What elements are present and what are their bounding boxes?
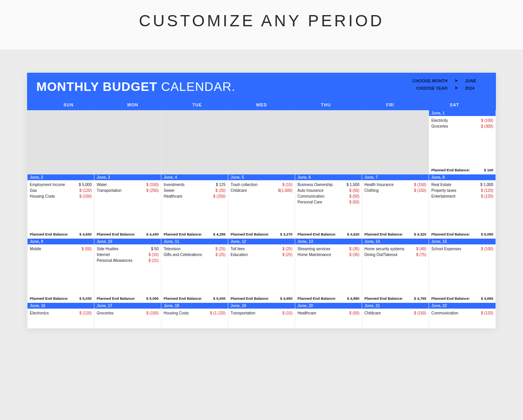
- budget-item[interactable]: Toll fees$ (25): [231, 246, 292, 252]
- item-amount: $(1,000): [274, 188, 292, 193]
- item-amount: $ 5,000: [73, 182, 92, 188]
- budget-item[interactable]: Healthcare$ (250): [164, 193, 226, 199]
- item-amount: $ (120): [475, 310, 493, 316]
- budget-item[interactable]: Home Maintenance$ (35): [297, 252, 359, 258]
- item-label: Personal Care: [297, 199, 341, 205]
- item-amount: $ 125: [207, 182, 226, 188]
- date-bar: June, 6: [295, 174, 362, 180]
- budget-item[interactable]: Groceries$ (150): [97, 310, 159, 316]
- budget-item[interactable]: Housing Costs$ (150): [30, 193, 92, 199]
- calendar-cell[interactable]: June, 19Transportation$ (15): [228, 303, 295, 328]
- arrow-right-icon: ➤: [455, 78, 458, 83]
- budget-item[interactable]: Transportation$ (250): [97, 188, 159, 193]
- calendar-cell[interactable]: June, 8Real Estate$ 1,000Property taxes$…: [429, 174, 496, 239]
- planned-end-balance: Planned End Balance:$ 4,285: [161, 230, 228, 239]
- budget-item[interactable]: Personal Care$ (50): [297, 199, 359, 205]
- calendar-cell[interactable]: June, 14Home security systems$ (40)Dinin…: [362, 239, 429, 303]
- item-amount: $ 1,500: [341, 182, 359, 188]
- budget-item[interactable]: Education$ (25): [231, 252, 292, 258]
- date-bar: June, 12: [228, 239, 295, 244]
- item-amount: $ (100): [475, 118, 493, 123]
- calendar-cell[interactable]: June, 4Investments$ 125Sewer$ (20)Health…: [161, 174, 228, 239]
- item-amount: $ (15): [140, 258, 159, 263]
- item-label: Side Hustles: [97, 246, 140, 252]
- calendar-cell[interactable]: June, 6Business Ownership$ 1,500Auto Ins…: [295, 174, 362, 239]
- calendar-cell[interactable]: June, 7Health Insurance$ (150)Clothing$ …: [362, 174, 429, 239]
- item-label: Gifts and Celebrations: [164, 252, 207, 258]
- items-list: Housing Costs$ (1,120): [161, 309, 228, 328]
- items-list: Side Hustles$ 50Internet$ (15)Personal A…: [94, 244, 161, 295]
- budget-item[interactable]: Electricity$ (100): [431, 118, 493, 123]
- budget-item[interactable]: Employment Income$ 5,000: [30, 182, 92, 188]
- budget-item[interactable]: Groceries$ (300): [431, 123, 493, 129]
- item-label: Water: [97, 182, 140, 188]
- calendar-cell[interactable]: June, 21Childcare$ (150): [362, 303, 429, 328]
- calendar-cell[interactable]: June, 5Trash collection$ (15)Childcare$(…: [228, 174, 295, 239]
- budget-item[interactable]: Personal Allowances$ (15): [97, 258, 159, 263]
- budget-item[interactable]: Investments$ 125: [164, 182, 226, 188]
- budget-item[interactable]: Real Estate$ 1,000: [431, 182, 493, 188]
- calendar-cell[interactable]: June, 13Streaming services$ (35)Home Mai…: [295, 239, 362, 303]
- calendar-cell[interactable]: June, 22Communication$ (120): [429, 303, 496, 328]
- item-label: Internet: [97, 252, 140, 258]
- budget-item[interactable]: Trash collection$ (15): [231, 182, 292, 188]
- calendar-cell[interactable]: June, 18Housing Costs$ (1,120): [161, 303, 228, 328]
- budget-item[interactable]: Electronics$ (120): [30, 310, 92, 316]
- month-value: JUNE: [465, 79, 484, 83]
- budget-item[interactable]: Healthcare$ (50): [297, 310, 359, 316]
- budget-item[interactable]: Home security systems$ (40): [364, 246, 426, 252]
- budget-item[interactable]: School Expenses$ (100): [431, 246, 493, 252]
- planned-end-balance: Planned End Balance:$ 4,430: [94, 230, 161, 239]
- budget-item[interactable]: Business Ownership$ 1,500: [297, 182, 359, 188]
- planned-end-balance: Planned End Balance:$ 4,620: [295, 230, 362, 239]
- date-bar: June, 7: [362, 174, 429, 180]
- item-label: Childcare: [231, 188, 274, 193]
- budget-item[interactable]: Water$ (150): [97, 182, 159, 188]
- budget-item[interactable]: Clothing$ (150): [364, 188, 426, 193]
- calendar-cell[interactable]: June, 15School Expenses$ (100)Planned En…: [429, 239, 496, 303]
- items-list: School Expenses$ (100): [429, 244, 496, 295]
- budget-item[interactable]: Internet$ (15): [97, 252, 159, 258]
- item-amount: $ (150): [140, 310, 159, 316]
- item-label: Clothing: [364, 188, 408, 193]
- budget-item[interactable]: Communication$ (120): [431, 310, 493, 316]
- budget-item[interactable]: Transportation$ (15): [231, 310, 292, 316]
- balance-label: Planned End Balance:: [30, 296, 68, 300]
- budget-item[interactable]: Television$ (25): [164, 246, 226, 252]
- budget-item[interactable]: Entertainment$ (120): [431, 193, 493, 199]
- item-label: Housing Costs: [30, 193, 73, 199]
- budget-item[interactable]: Gas$ (120): [30, 188, 92, 193]
- budget-item[interactable]: Communication$ (50): [297, 193, 359, 199]
- calendar-cell[interactable]: June, 9Mobile$ (50)Planned End Balance:$…: [27, 239, 94, 303]
- balance-value: $ 4,830: [79, 232, 92, 236]
- budget-item[interactable]: Side Hustles$ 50: [97, 246, 159, 252]
- budget-item[interactable]: Childcare$(1,000): [231, 188, 292, 193]
- calendar-cell[interactable]: June, 17Groceries$ (150): [94, 303, 161, 328]
- budget-item[interactable]: Dining Out/Takeout$ (75): [364, 252, 426, 258]
- planned-end-balance: Planned End Balance:$ 5,030: [27, 295, 94, 303]
- item-amount: $ (75): [408, 252, 426, 258]
- budget-item[interactable]: Housing Costs$ (1,120): [164, 310, 226, 316]
- calendar-cell[interactable]: June, 1Electricity$ (100)Groceries$ (300…: [429, 110, 496, 174]
- budget-item[interactable]: Health Insurance$ (150): [364, 182, 426, 188]
- calendar-cell[interactable]: June, 11Television$ (25)Gifts and Celebr…: [161, 239, 228, 303]
- budget-item[interactable]: Childcare$ (150): [364, 310, 426, 316]
- calendar-cell[interactable]: June, 16Electronics$ (120): [27, 303, 94, 328]
- item-label: Childcare: [364, 310, 408, 316]
- calendar-cell[interactable]: June, 3Water$ (150)Transportation$ (250)…: [94, 174, 161, 239]
- calendar-cell[interactable]: June, 10Side Hustles$ 50Internet$ (15)Pe…: [94, 239, 161, 303]
- calendar-cell[interactable]: June, 20Healthcare$ (50): [295, 303, 362, 328]
- choose-month-row[interactable]: CHOOSE MONTH ➤ JUNE: [412, 78, 484, 83]
- balance-label: Planned End Balance:: [231, 296, 269, 300]
- budget-item[interactable]: Sewer$ (20): [164, 188, 226, 193]
- calendar-cell[interactable]: June, 12Toll fees$ (25)Education$ (25)Pl…: [228, 239, 295, 303]
- budget-item[interactable]: Auto Insurance$ (50): [297, 188, 359, 193]
- budget-item[interactable]: Mobile$ (50): [30, 246, 92, 252]
- budget-item[interactable]: Property taxes$ (120): [431, 188, 493, 193]
- calendar-cell[interactable]: June, 2Employment Income$ 5,000Gas$ (120…: [27, 174, 94, 239]
- choose-year-row[interactable]: CHOOSE YEAR ➤ 2024: [412, 85, 484, 90]
- budget-item[interactable]: Streaming services$ (35): [297, 246, 359, 252]
- budget-item[interactable]: Gifts and Celebrations$ (25): [164, 252, 226, 258]
- item-label: Business Ownership: [297, 182, 341, 188]
- item-label: Dining Out/Takeout: [364, 252, 408, 258]
